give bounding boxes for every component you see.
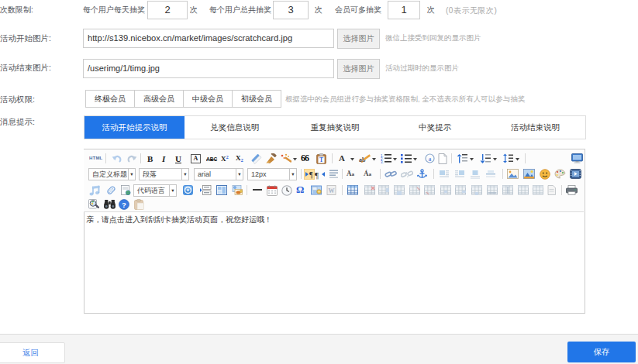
svg-text:W: W (329, 187, 335, 194)
svg-text:T: T (319, 156, 323, 163)
svg-text:¶: ¶ (309, 170, 313, 179)
svg-text:3.: 3. (381, 160, 384, 163)
svg-text:?: ? (122, 201, 126, 209)
svg-text:¶: ¶ (315, 170, 319, 180)
svg-text:a: a (429, 156, 432, 163)
